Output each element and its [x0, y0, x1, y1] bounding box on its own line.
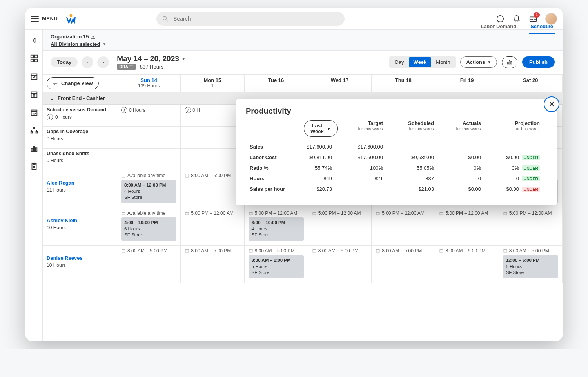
metric-lastweek: $9,811.00 [293, 152, 336, 163]
actions-button[interactable]: Actions▼ [460, 56, 497, 68]
day-cell[interactable]: Available any time4:00 – 10:00 PM6 Hours… [117, 208, 181, 246]
search-input[interactable] [172, 15, 339, 22]
bar-chart-icon[interactable] [30, 144, 38, 153]
menu-button[interactable]: MENU [31, 16, 58, 22]
caret-down-icon: ▼ [327, 127, 331, 131]
caret-down-icon: ▼ [91, 34, 95, 39]
shift-block[interactable]: 4:00 – 10:00 PM6 HoursSF Store [121, 218, 176, 241]
last-week-button[interactable]: Last Week▼ [304, 120, 338, 137]
info-icon[interactable]: i [185, 107, 191, 113]
day-header[interactable]: Tue 16 [245, 75, 308, 92]
metric-projection: $0.00 UNDER [485, 152, 544, 163]
range-segmented: Day Week Month [389, 56, 456, 68]
day-header[interactable]: Fri 19 [435, 75, 499, 92]
day-cell[interactable]: 8:00 AM – 5:00 PM12:00 – 5:00 PM5 HoursS… [499, 246, 563, 283]
calendar-x-icon[interactable] [30, 90, 38, 99]
body: Organization 15 ▼ Labor Demand Schedule … [25, 30, 563, 341]
day-header[interactable]: Sat 20 [499, 75, 563, 92]
productivity-table: Last Week▼Targetfor this weekScheduledfo… [246, 119, 547, 194]
day-cell[interactable]: 5:00 PM – 12:00 AM6:00 – 10:00 PM4 Hours… [245, 208, 308, 246]
hours-summary: 837 Hours [140, 64, 163, 70]
svg-line-2 [166, 20, 168, 21]
day-header[interactable]: Thu 18 [372, 75, 435, 92]
seg-month[interactable]: Month [431, 57, 455, 67]
svg-point-0 [70, 14, 73, 17]
employee-cell: Alec Regan11 Hours [43, 170, 117, 208]
day-cell[interactable]: Available any time8:00 AM – 12:00 PM4 Ho… [117, 170, 181, 208]
metric-scheduled: 837 [387, 173, 438, 184]
employee-name[interactable]: Alec Regan [47, 180, 113, 186]
metric-lastweek: $20.73 [293, 184, 336, 194]
svg-rect-8 [31, 59, 33, 62]
day-cell[interactable]: 8:00 AM – 5:00 PM [308, 246, 372, 283]
svg-rect-75 [440, 250, 443, 253]
search-box[interactable] [156, 12, 345, 26]
day-header[interactable]: Sun 14139 Hours [117, 75, 181, 92]
shift-block[interactable]: 8:00 AM – 1:00 PM5 HoursSF Store [249, 255, 304, 278]
shift-block[interactable]: 8:00 AM – 12:00 PM4 HoursSF Store [121, 180, 176, 203]
summary-label: Unassigned Shifts 0 Hours [43, 149, 117, 170]
availability: 8:00 AM – 5:00 PM [439, 248, 494, 254]
day-cell[interactable]: 5:00 PM – 12:00 AM [181, 208, 244, 246]
dashboard-icon[interactable] [30, 54, 38, 63]
division-selector[interactable]: All Division selected ▼ [51, 41, 106, 47]
day-cell[interactable]: 8:00 AM – 5:00 PM [117, 246, 181, 283]
employee-cell: Ashley Klein10 Hours [43, 208, 117, 246]
collapse-icon[interactable] [30, 36, 38, 45]
publish-button[interactable]: Publish [522, 56, 555, 68]
day-cell[interactable]: 8:00 AM – 5:00 PM [435, 246, 499, 283]
metric-target: $17,600.00 [336, 141, 387, 152]
tab-labor-demand[interactable]: Labor Demand [479, 20, 518, 34]
metric-actuals: 0 [438, 173, 485, 184]
employee-name[interactable]: Ashley Klein [47, 218, 113, 223]
left-rail [25, 30, 43, 341]
draft-chip: DRAFT [117, 64, 136, 70]
logo-icon[interactable] [65, 13, 76, 24]
metric-label: Hours [246, 173, 293, 184]
close-button[interactable]: ✕ [544, 96, 559, 112]
caret-down-icon: ▼ [487, 60, 491, 64]
shift-block[interactable]: 12:00 – 5:00 PM5 HoursSF Store [503, 255, 558, 278]
seg-day[interactable]: Day [390, 57, 408, 67]
day-cell[interactable]: 8:00 AM – 5:00 PM [181, 170, 244, 208]
svg-rect-18 [33, 127, 35, 129]
svg-rect-57 [313, 212, 316, 215]
summary-cell [117, 149, 181, 170]
toolbar: Today ‹ › May 14 – 20, 2023▼ DRAFT 837 H… [43, 50, 563, 74]
day-header[interactable]: Wed 17 [308, 75, 372, 92]
date-range[interactable]: May 14 – 20, 2023▼ DRAFT 837 Hours [117, 54, 185, 70]
org-icon[interactable] [30, 126, 38, 135]
chart-toggle-button[interactable] [502, 56, 517, 68]
next-button[interactable]: › [97, 56, 109, 68]
metric-actuals: 0% [438, 163, 485, 173]
day-cell[interactable]: 8:00 AM – 5:00 PM8:00 AM – 1:00 PM5 Hour… [245, 246, 308, 283]
info-icon[interactable]: i [121, 107, 127, 113]
org-selector[interactable]: Organization 15 ▼ [51, 34, 95, 40]
day-cell[interactable]: 5:00 PM – 12:00 AM [308, 208, 372, 246]
seg-week[interactable]: Week [409, 57, 432, 67]
shift-block[interactable]: 6:00 – 10:00 PM4 HoursSF Store [249, 218, 304, 241]
day-header[interactable]: Mon 151 [181, 75, 244, 92]
today-button[interactable]: Today [51, 57, 78, 67]
day-cell[interactable]: 8:00 AM – 5:00 PM [372, 246, 435, 283]
info-icon[interactable]: i [47, 114, 53, 120]
svg-rect-65 [122, 250, 125, 253]
metric-lastweek: $17,600.00 [293, 141, 336, 152]
clipboard-icon[interactable] [30, 162, 38, 171]
day-cell[interactable]: 5:00 PM – 12:00 AM [372, 208, 435, 246]
prev-button[interactable]: ‹ [82, 56, 93, 68]
status-chip: UNDER [522, 176, 540, 181]
day-cell[interactable]: 5:00 PM – 12:00 AM [435, 208, 499, 246]
svg-rect-12 [31, 92, 37, 98]
tab-schedule[interactable]: Schedule [529, 20, 555, 34]
svg-rect-73 [376, 250, 379, 253]
employee-name[interactable]: Denise Reeves [47, 255, 113, 261]
change-view-button[interactable]: Change View [47, 77, 99, 89]
svg-rect-69 [249, 250, 252, 253]
svg-rect-53 [185, 212, 189, 215]
calendar-check-icon[interactable] [30, 72, 38, 81]
calendar-arrow-icon[interactable] [30, 108, 38, 117]
day-cell[interactable]: 5:00 PM – 12:00 AM [499, 208, 563, 246]
col-header: Projectionfor this week [485, 119, 544, 141]
day-cell[interactable]: 8:00 AM – 5:00 PM [181, 246, 244, 283]
